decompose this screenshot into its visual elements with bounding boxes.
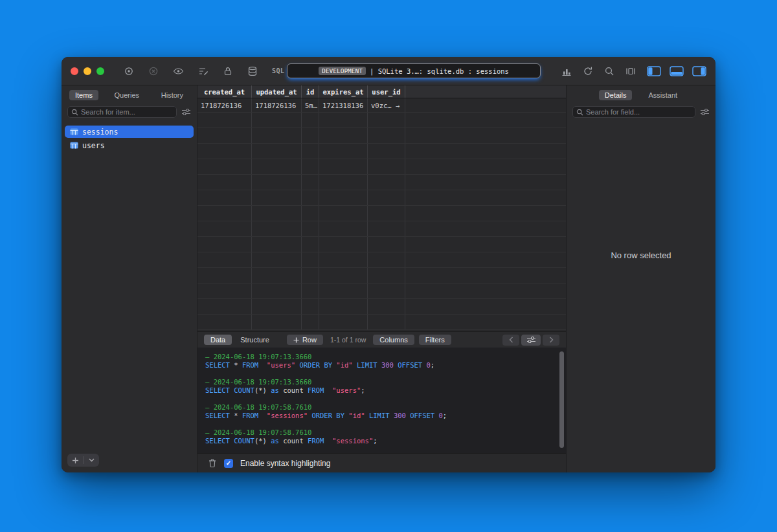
cell-id — [302, 113, 319, 127]
cell-expires_at — [319, 190, 368, 205]
filter-sliders-icon[interactable] — [181, 108, 191, 116]
page-settings-button[interactable] — [521, 335, 541, 346]
columns-button[interactable]: Columns — [373, 335, 414, 345]
eye-icon[interactable] — [173, 66, 184, 76]
column-header-expires_at[interactable]: expires_at — [319, 85, 368, 98]
tab-items[interactable]: Items — [69, 90, 98, 100]
next-page-button[interactable] — [543, 335, 559, 346]
row-count-label: 1-1 of 1 row — [330, 336, 366, 344]
toggle-bottom-panel-icon[interactable] — [670, 66, 684, 76]
plus-icon — [293, 337, 299, 343]
sql-log-statement: SELECT COUNT(*) as count FROM "users"; — [205, 386, 558, 395]
cell-user_id[interactable]: v0zc… → — [368, 98, 405, 112]
cell-user_id — [368, 299, 405, 314]
add-row-button[interactable]: Row — [287, 335, 323, 345]
search-icon — [576, 109, 583, 116]
cell-id — [302, 237, 319, 252]
cell-id — [302, 190, 319, 205]
cell-updated_at — [252, 175, 302, 190]
chart-icon[interactable] — [561, 67, 572, 76]
sidebar-item-sessions[interactable]: sessions — [65, 126, 194, 138]
sql-log-timestamp: — 2024-06-18 19:07:58.7610 — [205, 428, 558, 437]
sql-log-scrollbar[interactable] — [559, 351, 564, 448]
cell-id — [302, 175, 319, 190]
add-item-menu-button[interactable] — [89, 458, 95, 462]
tab-details[interactable]: Details — [599, 90, 633, 100]
cell-expires_at — [319, 268, 368, 283]
table-name-label: sessions — [82, 127, 118, 137]
empty-row — [197, 315, 566, 330]
edit-list-icon[interactable] — [198, 66, 208, 76]
cell-filler — [405, 190, 566, 205]
cell-updated_at — [252, 283, 302, 298]
cell-expires_at[interactable]: 1721318136 — [319, 98, 368, 112]
title-bar[interactable]: SQL DEVELOPMENT | SQLite 3.…: sqlite.db … — [62, 57, 715, 85]
tab-structure[interactable]: Structure — [236, 335, 273, 345]
sql-log-entry: — 2024-06-18 19:07:58.7610SELECT COUNT(*… — [205, 428, 558, 445]
tab-assistant[interactable]: Assistant — [642, 90, 683, 100]
cell-created_at — [197, 113, 252, 127]
cell-expires_at — [319, 128, 368, 143]
cell-created_at — [197, 206, 252, 221]
field-search-input[interactable] — [586, 108, 692, 116]
cell-created_at — [197, 128, 252, 143]
filter-sliders-icon[interactable] — [700, 108, 710, 116]
filters-button[interactable]: Filters — [419, 335, 451, 345]
cell-id — [302, 144, 319, 159]
table-row[interactable]: 171872613617187261365m…1721318136v0zc… → — [197, 98, 566, 113]
search-icon[interactable] — [604, 66, 614, 76]
item-search-input[interactable] — [81, 108, 173, 116]
columns-layout-icon[interactable] — [625, 66, 636, 76]
cell-filler — [405, 237, 566, 252]
sql-log-timestamp: — 2024-06-18 19:07:13.3660 — [205, 353, 558, 361]
column-header-id[interactable]: id — [302, 85, 319, 98]
cell-user_id — [368, 268, 405, 283]
disconnect-icon[interactable] — [148, 66, 159, 76]
grid-body: 171872613617187261365m…1721318136v0zc… → — [197, 98, 566, 330]
column-header-user_id[interactable]: user_id — [368, 85, 405, 98]
database-icon[interactable] — [247, 66, 258, 76]
cell-created_at[interactable]: 1718726136 — [197, 98, 252, 112]
clear-log-button[interactable] — [208, 458, 217, 468]
lock-icon[interactable] — [223, 66, 233, 76]
cell-filler — [405, 159, 566, 174]
cell-user_id — [368, 315, 405, 329]
column-header-updated_at[interactable]: updated_at — [252, 85, 302, 98]
cell-id[interactable]: 5m… — [302, 98, 319, 112]
column-header-created_at[interactable]: created_at — [197, 85, 252, 98]
cell-user_id — [368, 221, 405, 236]
refresh-icon[interactable] — [583, 66, 593, 76]
cell-user_id — [368, 283, 405, 298]
main-content: created_atupdated_atidexpires_atuser_id … — [197, 85, 567, 472]
scrollbar-thumb[interactable] — [559, 351, 564, 448]
empty-row — [197, 283, 566, 299]
zoom-window-button[interactable] — [96, 67, 104, 75]
cell-updated_at[interactable]: 1718726136 — [252, 98, 302, 112]
sql-log-timestamp: — 2024-06-18 19:07:58.7610 — [205, 403, 558, 412]
sql-log-entry: — 2024-06-18 19:07:13.3660SELECT COUNT(*… — [205, 378, 558, 395]
item-search-box — [67, 106, 177, 118]
sql-editor-button[interactable]: SQL — [272, 67, 285, 74]
minimize-window-button[interactable] — [84, 67, 91, 75]
tab-data[interactable]: Data — [204, 335, 232, 345]
cell-id — [302, 252, 319, 267]
connection-target-icon[interactable] — [124, 66, 134, 76]
tab-history[interactable]: History — [155, 90, 189, 100]
search-icon — [71, 109, 78, 116]
grid-header: created_atupdated_atidexpires_atuser_id — [197, 85, 566, 98]
cell-filler — [405, 221, 566, 236]
syntax-highlighting-checkbox[interactable] — [224, 459, 233, 468]
cell-updated_at — [252, 113, 302, 127]
prev-page-button[interactable] — [502, 335, 519, 346]
toggle-right-panel-icon[interactable] — [692, 66, 706, 76]
cell-user_id — [368, 190, 405, 205]
sidebar-item-users[interactable]: users — [65, 139, 194, 151]
sql-log-panel: — 2024-06-18 19:07:13.3660SELECT * FROM … — [197, 348, 566, 453]
tab-queries[interactable]: Queries — [109, 90, 146, 100]
add-item-button[interactable] — [72, 457, 79, 464]
toggle-left-panel-icon[interactable] — [647, 66, 661, 76]
cell-expires_at — [319, 237, 368, 252]
close-window-button[interactable] — [71, 67, 78, 75]
cell-filler — [405, 299, 566, 314]
sql-log-statement: SELECT COUNT(*) as count FROM "sessions"… — [205, 437, 558, 445]
